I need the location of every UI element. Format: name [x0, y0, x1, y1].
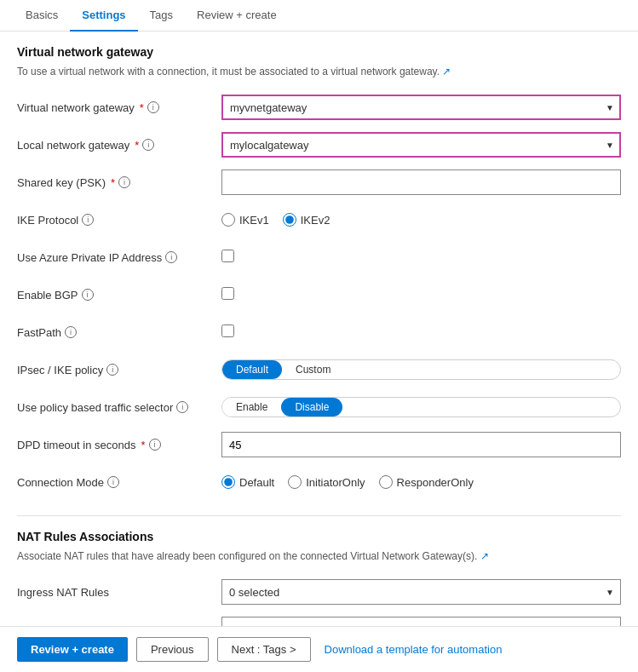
- section-title-nat: NAT Rules Associations: [17, 530, 621, 543]
- control-connection-mode: Default InitiatorOnly ResponderOnly: [221, 475, 621, 489]
- required-star-psk: *: [111, 176, 115, 189]
- footer: Review + create Previous Next : Tags > D…: [0, 626, 638, 672]
- label-ike-protocol: IKE Protocol i: [17, 214, 221, 227]
- control-shared-key: [221, 169, 621, 195]
- info-icon-private-ip[interactable]: i: [165, 251, 177, 263]
- label-shared-key: Shared key (PSK) * i: [17, 176, 221, 189]
- input-shared-key[interactable]: [221, 169, 621, 195]
- toggle-ipsec-ike-policy: Default Custom: [221, 359, 621, 380]
- label-use-azure-private-ip: Use Azure Private IP Address i: [17, 251, 221, 264]
- nat-learn-more-link[interactable]: ↗: [480, 550, 489, 562]
- control-virtual-network-gateway: myvnetgateway ▼: [221, 95, 621, 120]
- row-ingress-nat-rules: Ingress NAT Rules 0 selected ▼: [17, 579, 621, 605]
- control-ike-protocol: IKEv1 IKEv2: [221, 213, 621, 227]
- control-enable-bgp: [221, 287, 621, 302]
- vng-learn-more-link[interactable]: ↗: [442, 66, 451, 78]
- info-icon-dpd[interactable]: i: [149, 439, 161, 451]
- label-virtual-network-gateway: Virtual network gateway * i: [17, 101, 221, 114]
- section-description-vng: To use a virtual network with a connecti…: [17, 64, 621, 79]
- input-dpd-timeout[interactable]: [221, 432, 621, 457]
- tab-settings[interactable]: Settings: [70, 0, 137, 32]
- tab-bar: Basics Settings Tags Review + create: [0, 0, 638, 32]
- row-dpd-timeout: DPD timeout in seconds * i: [17, 432, 621, 457]
- tab-tags[interactable]: Tags: [138, 0, 185, 32]
- label-ingress-nat-rules: Ingress NAT Rules: [17, 586, 221, 599]
- row-connection-mode: Connection Mode i Default InitiatorOnly …: [17, 469, 621, 495]
- control-ipsec-ike-policy: Default Custom: [221, 359, 621, 380]
- radio-connection-default[interactable]: Default: [221, 475, 274, 489]
- control-ingress-nat-rules: 0 selected ▼: [221, 579, 621, 605]
- required-star-dpd: *: [141, 439, 145, 451]
- info-icon-lng[interactable]: i: [142, 139, 154, 151]
- info-icon-ike[interactable]: i: [82, 214, 94, 226]
- radio-input-ikev2[interactable]: [283, 213, 296, 227]
- section-description-nat: Associate NAT rules that have already be…: [17, 549, 621, 564]
- radio-ikev2[interactable]: IKEv2: [283, 213, 330, 227]
- info-icon-policy-traffic[interactable]: i: [176, 401, 188, 413]
- info-icon-vng[interactable]: i: [147, 101, 159, 113]
- row-enable-bgp: Enable BGP i: [17, 282, 621, 307]
- info-icon-connection-mode[interactable]: i: [107, 476, 119, 488]
- control-dpd-timeout: [221, 432, 621, 457]
- checkbox-enable-bgp[interactable]: [221, 287, 234, 300]
- row-local-network-gateway: Local network gateway * i mylocalgateway…: [17, 132, 621, 158]
- control-fastpath: [221, 325, 621, 340]
- tab-review-create[interactable]: Review + create: [185, 0, 289, 32]
- checkbox-fastpath[interactable]: [221, 325, 234, 337]
- radio-connection-responderonly[interactable]: ResponderOnly: [379, 475, 474, 489]
- info-icon-bgp[interactable]: i: [82, 289, 94, 301]
- section-title-vng: Virtual network gateway: [17, 45, 621, 59]
- row-fastpath: FastPath i: [17, 319, 621, 345]
- checkbox-use-azure-private-ip[interactable]: [221, 250, 234, 262]
- info-icon-fastpath[interactable]: i: [65, 326, 77, 338]
- required-star-lng: *: [135, 139, 139, 152]
- row-policy-traffic-selector: Use policy based traffic selector i Enab…: [17, 394, 621, 420]
- label-policy-traffic-selector: Use policy based traffic selector i: [17, 401, 221, 414]
- info-icon-ipsec[interactable]: i: [106, 364, 118, 376]
- select-ingress-nat-rules[interactable]: 0 selected: [221, 579, 621, 605]
- toggle-btn-traffic-enable[interactable]: Enable: [222, 398, 281, 416]
- select-virtual-network-gateway[interactable]: myvnetgateway: [221, 95, 621, 120]
- toggle-btn-ipsec-default[interactable]: Default: [222, 360, 282, 379]
- control-policy-traffic-selector: Enable Disable: [221, 397, 621, 417]
- next-button[interactable]: Next : Tags >: [217, 637, 311, 662]
- nat-section: NAT Rules Associations Associate NAT rul…: [17, 515, 621, 642]
- select-local-network-gateway[interactable]: mylocalgateway: [221, 132, 621, 158]
- radio-input-initiatoronly[interactable]: [288, 475, 302, 489]
- label-fastpath: FastPath i: [17, 326, 221, 339]
- radio-input-responderonly[interactable]: [379, 475, 393, 489]
- label-dpd-timeout: DPD timeout in seconds * i: [17, 439, 221, 451]
- download-template-link[interactable]: Download a template for automation: [325, 643, 503, 656]
- control-local-network-gateway: mylocalgateway ▼: [221, 132, 621, 158]
- previous-button[interactable]: Previous: [136, 637, 209, 662]
- label-ipsec-ike-policy: IPsec / IKE policy i: [17, 364, 221, 376]
- label-enable-bgp: Enable BGP i: [17, 289, 221, 302]
- review-create-button[interactable]: Review + create: [17, 637, 128, 662]
- tab-basics[interactable]: Basics: [14, 0, 70, 32]
- radio-connection-initiatoronly[interactable]: InitiatorOnly: [288, 475, 365, 489]
- radio-ikev1[interactable]: IKEv1: [221, 213, 269, 227]
- row-use-azure-private-ip: Use Azure Private IP Address i: [17, 244, 621, 270]
- radio-input-connection-default[interactable]: [221, 475, 235, 489]
- info-icon-psk[interactable]: i: [118, 176, 130, 188]
- required-star: *: [140, 101, 144, 114]
- control-use-azure-private-ip: [221, 250, 621, 265]
- label-local-network-gateway: Local network gateway * i: [17, 139, 221, 152]
- toggle-policy-traffic-selector: Enable Disable: [221, 397, 621, 417]
- radio-input-ikev1[interactable]: [221, 213, 235, 227]
- row-shared-key: Shared key (PSK) * i: [17, 169, 621, 195]
- toggle-btn-traffic-disable[interactable]: Disable: [281, 398, 342, 416]
- label-connection-mode: Connection Mode i: [17, 476, 221, 489]
- divider: [17, 515, 621, 516]
- toggle-btn-ipsec-custom[interactable]: Custom: [282, 360, 344, 379]
- row-ike-protocol: IKE Protocol i IKEv1 IKEv2: [17, 207, 621, 233]
- row-virtual-network-gateway: Virtual network gateway * i myvnetgatewa…: [17, 95, 621, 120]
- row-ipsec-ike-policy: IPsec / IKE policy i Default Custom: [17, 357, 621, 382]
